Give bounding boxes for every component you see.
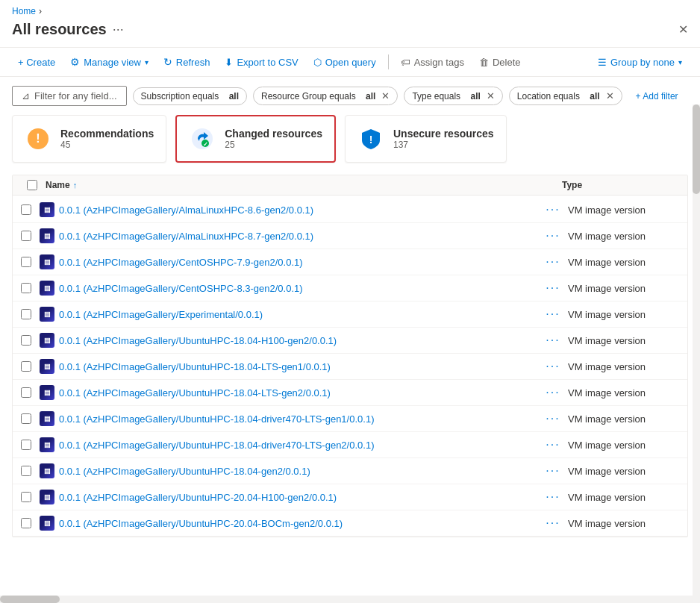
- row-type-1: VM image version: [568, 231, 687, 242]
- row-context-menu-10[interactable]: ···: [538, 464, 568, 478]
- horizontal-scrollbar[interactable]: [0, 596, 693, 603]
- row-context-menu-9[interactable]: ···: [538, 438, 568, 452]
- refresh-button[interactable]: ↻ Refresh: [157, 52, 216, 72]
- row-context-menu-3[interactable]: ···: [538, 281, 568, 295]
- row-context-menu-2[interactable]: ···: [538, 255, 568, 269]
- breadcrumb-home[interactable]: Home: [12, 6, 36, 16]
- breadcrumb-separator: ›: [39, 6, 42, 16]
- select-all-checkbox[interactable]: [27, 180, 37, 190]
- unsecure-resources-count: 137: [393, 140, 494, 150]
- row-context-menu-0[interactable]: ···: [538, 203, 568, 216]
- table-row: ▤ 0.0.1 (AzHPCImageGallery/AlmaLinuxHPC-…: [13, 197, 687, 223]
- vertical-scrollbar[interactable]: [693, 104, 700, 603]
- row-context-menu-7[interactable]: ···: [538, 386, 568, 399]
- group-by-button[interactable]: ☰ Group by none ▾: [592, 53, 688, 72]
- row-type-4: VM image version: [568, 309, 687, 320]
- table-row: ▤ 0.0.1 (AzHPCImageGallery/CentOSHPC-8.3…: [13, 275, 687, 302]
- row-context-menu-11[interactable]: ···: [538, 490, 568, 504]
- row-checkbox-7[interactable]: [21, 387, 31, 398]
- recommendations-count: 45: [60, 140, 154, 150]
- row-checkbox-4[interactable]: [21, 309, 31, 319]
- row-name-link-0[interactable]: 0.0.1 (AzHPCImageGallery/AlmaLinuxHPC-8.…: [59, 204, 313, 216]
- table-row: ▤ 0.0.1 (AzHPCImageGallery/CentOSHPC-7.9…: [13, 249, 687, 275]
- row-name-link-5[interactable]: 0.0.1 (AzHPCImageGallery/UbuntuHPC-18.04…: [59, 335, 337, 346]
- row-type-12: VM image version: [568, 518, 687, 529]
- table-row: ▤ 0.0.1 (AzHPCImageGallery/UbuntuHPC-18.…: [13, 458, 687, 484]
- row-checkbox-0[interactable]: [21, 204, 31, 215]
- add-filter-button[interactable]: + Add filter: [628, 88, 686, 104]
- vertical-scrollbar-thumb[interactable]: [693, 104, 700, 194]
- assign-tags-button[interactable]: 🏷 Assign tags: [395, 53, 470, 72]
- remove-type-filter[interactable]: ✕: [487, 90, 495, 101]
- row-icon-9: ▤: [40, 437, 54, 452]
- row-icon-12: ▤: [40, 516, 54, 531]
- table-row: ▤ 0.0.1 (AzHPCImageGallery/UbuntuHPC-20.…: [13, 484, 687, 510]
- row-checkbox-10[interactable]: [21, 466, 31, 476]
- row-checkbox-6[interactable]: [21, 361, 31, 372]
- row-checkbox-2[interactable]: [21, 257, 31, 267]
- location-filter-tag[interactable]: Location equals all ✕: [509, 87, 622, 105]
- resource-group-filter-tag[interactable]: Resource Group equals all ✕: [253, 87, 398, 105]
- row-type-10: VM image version: [568, 466, 687, 477]
- breadcrumb: Home ›: [12, 6, 688, 16]
- row-context-menu-1[interactable]: ···: [538, 229, 568, 243]
- row-checkbox-5[interactable]: [21, 335, 31, 346]
- row-icon-1: ▤: [40, 228, 54, 243]
- manage-view-button[interactable]: ⚙ Manage view ▾: [64, 52, 154, 72]
- row-type-0: VM image version: [568, 204, 687, 216]
- type-filter-tag[interactable]: Type equals all ✕: [404, 87, 502, 105]
- toolbar-divider: [388, 54, 389, 69]
- row-icon-10: ▤: [40, 463, 54, 478]
- remove-location-filter[interactable]: ✕: [606, 90, 614, 101]
- row-context-menu-8[interactable]: ···: [538, 412, 568, 425]
- row-name-link-11[interactable]: 0.0.1 (AzHPCImageGallery/UbuntuHPC-20.04…: [59, 492, 337, 503]
- row-context-menu-5[interactable]: ···: [538, 334, 568, 347]
- row-name-link-4[interactable]: 0.0.1 (AzHPCImageGallery/Experimental/0.…: [59, 309, 263, 320]
- title-more-button[interactable]: ···: [113, 22, 124, 37]
- row-name-link-10[interactable]: 0.0.1 (AzHPCImageGallery/UbuntuHPC-18.04…: [59, 466, 310, 477]
- cards-row: ! Recommendations 45 ✓: [12, 115, 688, 163]
- row-name-link-12[interactable]: 0.0.1 (AzHPCImageGallery/UbuntuHPC-20.04…: [59, 518, 343, 529]
- row-icon-0: ▤: [40, 202, 54, 217]
- unsecure-resources-card[interactable]: ! Unsecure resources 137: [345, 115, 507, 163]
- filter-bar: ⊿ Filter for any field... Subscription e…: [12, 86, 688, 106]
- row-checkbox-1[interactable]: [21, 231, 31, 241]
- row-checkbox-11[interactable]: [21, 492, 31, 502]
- close-button[interactable]: ✕: [678, 22, 688, 37]
- open-query-button[interactable]: ⬡ Open query: [307, 53, 382, 72]
- remove-resource-group-filter[interactable]: ✕: [381, 90, 390, 101]
- row-checkbox-12[interactable]: [21, 518, 31, 528]
- table-row: ▤ 0.0.1 (AzHPCImageGallery/UbuntuHPC-18.…: [13, 380, 687, 406]
- row-context-menu-6[interactable]: ···: [538, 360, 568, 373]
- row-checkbox-9[interactable]: [21, 440, 31, 450]
- toolbar: + Create ⚙ Manage view ▾ ↻ Refresh ⬇ Exp…: [0, 47, 700, 77]
- export-csv-button[interactable]: ⬇ Export to CSV: [219, 53, 304, 72]
- row-checkbox-3[interactable]: [21, 283, 31, 293]
- row-type-11: VM image version: [568, 492, 687, 503]
- row-name-link-7[interactable]: 0.0.1 (AzHPCImageGallery/UbuntuHPC-18.04…: [59, 387, 331, 399]
- table-row: ▤ 0.0.1 (AzHPCImageGallery/UbuntuHPC-18.…: [13, 328, 687, 354]
- row-name-link-3[interactable]: 0.0.1 (AzHPCImageGallery/CentOSHPC-8.3-g…: [59, 283, 303, 294]
- row-name-link-8[interactable]: 0.0.1 (AzHPCImageGallery/UbuntuHPC-18.04…: [59, 413, 374, 425]
- recommendations-card[interactable]: ! Recommendations 45: [12, 115, 166, 163]
- row-context-menu-12[interactable]: ···: [538, 516, 568, 530]
- row-name-link-6[interactable]: 0.0.1 (AzHPCImageGallery/UbuntuHPC-18.04…: [59, 361, 331, 372]
- row-context-menu-4[interactable]: ···: [538, 307, 568, 321]
- filter-input[interactable]: ⊿ Filter for any field...: [12, 86, 127, 106]
- table-row: ▤ 0.0.1 (AzHPCImageGallery/UbuntuHPC-18.…: [13, 354, 687, 380]
- row-icon-2: ▤: [40, 254, 54, 269]
- row-name-link-9[interactable]: 0.0.1 (AzHPCImageGallery/UbuntuHPC-18.04…: [59, 440, 374, 451]
- delete-button[interactable]: 🗑 Delete: [473, 53, 527, 72]
- subscription-filter-tag[interactable]: Subscription equals all: [133, 87, 247, 105]
- table-row: ▤ 0.0.1 (AzHPCImageGallery/Experimental/…: [13, 302, 687, 328]
- row-name-link-1[interactable]: 0.0.1 (AzHPCImageGallery/AlmaLinuxHPC-8.…: [59, 231, 313, 242]
- row-name-link-2[interactable]: 0.0.1 (AzHPCImageGallery/CentOSHPC-7.9-g…: [59, 257, 303, 268]
- row-icon-8: ▤: [40, 411, 54, 426]
- svg-text:!: !: [369, 134, 373, 146]
- page-title: All resources: [12, 21, 107, 38]
- sort-arrow-icon[interactable]: ↑: [73, 181, 78, 190]
- row-checkbox-8[interactable]: [21, 413, 31, 424]
- horizontal-scrollbar-thumb[interactable]: [0, 596, 60, 603]
- changed-resources-card[interactable]: ✓ Changed resources 25: [175, 115, 336, 163]
- create-button[interactable]: + Create: [12, 53, 61, 72]
